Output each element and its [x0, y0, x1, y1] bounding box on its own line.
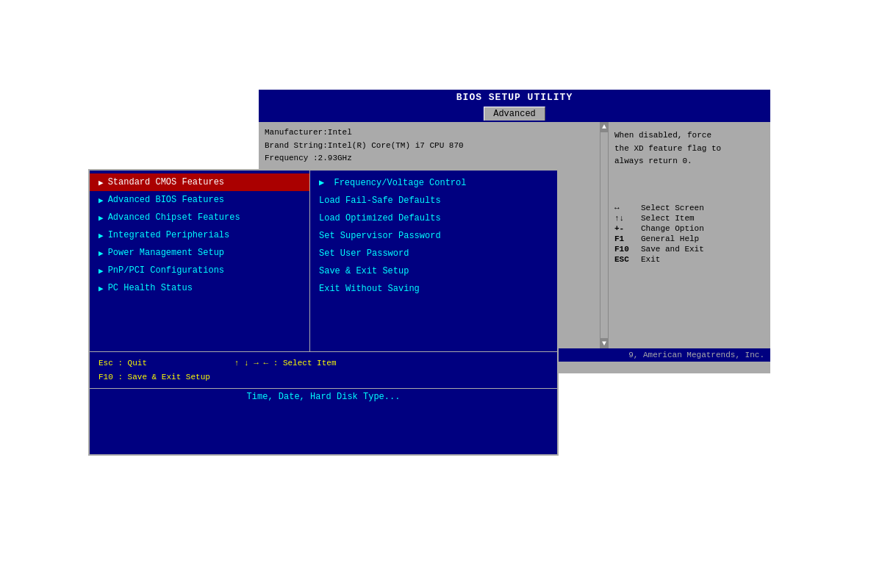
- hint-f1-desc: General Help: [641, 234, 699, 243]
- menu-label-load-optimized: Load Optimized Defaults: [319, 213, 441, 223]
- brand-string: Brand String:Intel(R) Core(TM) i7 CPU 87…: [265, 140, 594, 153]
- menu-label-standard-cmos: Standard CMOS Features: [108, 177, 224, 187]
- bios-container: BIOS SETUP UTILITY Advanced Manufacturer…: [88, 88, 794, 500]
- scroll-down-arrow[interactable]: ▼: [601, 339, 607, 348]
- menu-label-save-exit: Save & Exit Setup: [319, 266, 409, 276]
- menu-item-advanced-bios[interactable]: ▶ Advanced BIOS Features: [90, 191, 309, 209]
- arrow-icon-4: ▶: [98, 248, 104, 258]
- key-esc: ESC: [614, 255, 641, 264]
- menu-item-load-optimized[interactable]: Load Optimized Defaults: [310, 209, 557, 227]
- hint-change-option-desc: Change Option: [641, 224, 704, 233]
- arrow-icon-6: ▶: [98, 284, 104, 293]
- hint-f10-desc: Save and Exit: [641, 245, 704, 254]
- cpu-info: Manufacturer:Intel Brand String:Intel(R)…: [259, 122, 600, 170]
- menu-label-integrated-peripherals: Integrated Peripherials: [108, 230, 230, 240]
- arrow-icon-5: ▶: [98, 266, 104, 276]
- menu-item-power-management[interactable]: ▶ Power Management Setup: [90, 244, 309, 262]
- menu-item-freq-voltage[interactable]: ▶ Frequency/Voltage Control: [310, 173, 557, 192]
- menu-label-power-management: Power Management Setup: [108, 248, 224, 258]
- status-text: Time, Date, Hard Disk Type...: [247, 392, 401, 402]
- arrow-icon-3: ▶: [98, 231, 104, 240]
- menu-item-integrated-peripherals[interactable]: ▶ Integrated Peripherials: [90, 226, 309, 244]
- right-help-panel: When disabled, forcethe XD feature flag …: [609, 122, 770, 348]
- hint-f10: F10 Save and Exit: [614, 245, 764, 254]
- main-menu-area: ▶ Standard CMOS Features ▶ Advanced BIOS…: [90, 171, 557, 351]
- menu-label-user-password: Set User Password: [319, 248, 409, 259]
- scroll-thumb: [600, 132, 608, 338]
- key-arrows-ud: ↑↓: [614, 214, 641, 223]
- menu-item-exit-no-save[interactable]: Exit Without Saving: [310, 280, 557, 298]
- arrow-icon-0: ▶: [98, 178, 104, 187]
- manufacturer-label: Manufacturer:Intel: [265, 126, 594, 140]
- bottom-keys-text: Esc : Quit ↑ ↓ → ← : Select Item F10 : S…: [98, 356, 548, 384]
- back-tab-bar: Advanced: [259, 105, 770, 122]
- bottom-keys-bar: Esc : Quit ↑ ↓ → ← : Select Item F10 : S…: [90, 351, 557, 388]
- hint-select-screen-desc: Select Screen: [641, 204, 704, 212]
- menu-label-exit-no-save: Exit Without Saving: [319, 284, 420, 294]
- menu-item-standard-cmos[interactable]: ▶ Standard CMOS Features: [90, 173, 309, 191]
- esc-key-label: Esc : Quit: [98, 359, 229, 368]
- menu-item-supervisor-password[interactable]: Set Supervisor Password: [310, 227, 557, 245]
- back-title: BIOS SETUP UTILITY: [259, 90, 770, 105]
- menu-label-pnp-pci: PnP/PCI Configurations: [108, 265, 224, 276]
- front-window: ▶ Standard CMOS Features ▶ Advanced BIOS…: [88, 169, 559, 456]
- key-f1: F1: [614, 234, 641, 243]
- scroll-up-arrow[interactable]: ▲: [601, 122, 607, 132]
- arrow-icon-1: ▶: [98, 196, 104, 205]
- key-f10: F10: [614, 245, 641, 254]
- hint-esc: ESC Exit: [614, 255, 764, 264]
- help-text: When disabled, forcethe XD feature flag …: [614, 129, 764, 168]
- left-menu: ▶ Standard CMOS Features ▶ Advanced BIOS…: [90, 171, 310, 351]
- menu-item-load-failsafe[interactable]: Load Fail-Safe Defaults: [310, 192, 557, 209]
- frequency: Frequency :2.93GHz: [265, 152, 594, 165]
- menu-item-save-exit[interactable]: Save & Exit Setup: [310, 262, 557, 280]
- menu-label-advanced-bios: Advanced BIOS Features: [108, 195, 224, 205]
- key-arrows-lr: ↔: [614, 204, 641, 212]
- hint-esc-desc: Exit: [641, 255, 660, 264]
- hint-change-option: +- Change Option: [614, 224, 764, 233]
- nav-hint: ↑ ↓ → ← : Select Item: [234, 359, 337, 368]
- hint-select-item-desc: Select Item: [641, 214, 695, 223]
- menu-label-supervisor-password: Set Supervisor Password: [319, 231, 441, 241]
- right-menu: ▶ Frequency/Voltage Control Load Fail-Sa…: [310, 171, 557, 351]
- status-bar: Time, Date, Hard Disk Type...: [90, 388, 557, 405]
- menu-item-pnp-pci[interactable]: ▶ PnP/PCI Configurations: [90, 262, 309, 279]
- menu-label-load-failsafe: Load Fail-Safe Defaults: [319, 196, 441, 206]
- menu-item-user-password[interactable]: Set User Password: [310, 245, 557, 262]
- arrow-icon-2: ▶: [98, 213, 104, 223]
- advanced-tab[interactable]: Advanced: [484, 107, 545, 121]
- menu-label-freq-voltage: Frequency/Voltage Control: [334, 178, 466, 188]
- scrollbar[interactable]: ▲ ▼: [600, 122, 609, 348]
- menu-label-advanced-chipset: Advanced Chipset Features: [108, 212, 240, 223]
- key-hints: ↔ Select Screen ↑↓ Select Item +- Change…: [614, 174, 764, 264]
- hint-select-item: ↑↓ Select Item: [614, 214, 764, 223]
- f10-key-label: F10 : Save & Exit Setup: [98, 373, 210, 381]
- arrow-icon-freq: ▶: [319, 178, 329, 188]
- menu-item-advanced-chipset[interactable]: ▶ Advanced Chipset Features: [90, 209, 309, 226]
- key-plus-minus: +-: [614, 224, 641, 233]
- menu-label-pc-health: PC Health Status: [108, 283, 193, 293]
- hint-select-screen: ↔ Select Screen: [614, 204, 764, 212]
- hint-f1: F1 General Help: [614, 234, 764, 243]
- menu-item-pc-health[interactable]: ▶ PC Health Status: [90, 279, 309, 297]
